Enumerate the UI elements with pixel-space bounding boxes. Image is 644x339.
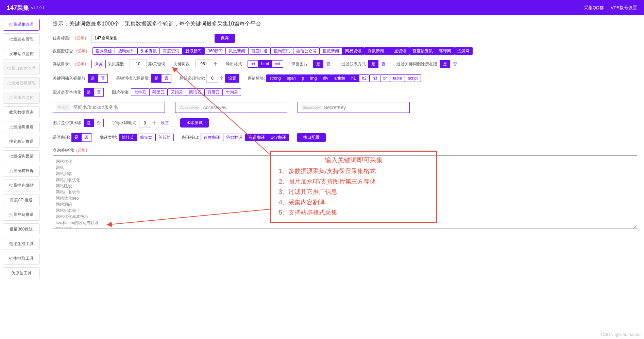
save-button[interactable]: 保存 (215, 34, 235, 43)
api-config-button[interactable]: 接口配置 (297, 133, 326, 142)
label-insert-before: 关键词插入标题前: (53, 75, 86, 81)
row-storage: 存放目录: (必填) 浏览 采集篇数: 篇/关键词 关键词数: 个 导出格式: … (53, 60, 637, 68)
storage-tag[interactable]: 华为云 (223, 88, 241, 96)
sidebar-item[interactable]: 批量神马推送 (3, 209, 40, 221)
collect-count-input[interactable] (130, 60, 147, 68)
source-tag[interactable]: 凤凰新闻 (226, 47, 248, 55)
link-qq-group[interactable]: 采集QQ群 (584, 5, 604, 11)
label-translate-type: 翻译类型: (100, 135, 117, 140)
sidebar-item[interactable]: 伪原创工具 (3, 267, 40, 279)
space-name-input[interactable]: 空间名 空间名/bucket/服务名 (53, 102, 165, 113)
required-mark: (必填) (75, 35, 86, 41)
source-tag[interactable]: 环球网 (436, 47, 454, 55)
collect-count-unit: 篇/关键词 (148, 61, 165, 67)
translate-api-tag[interactable]: 有道翻译 (245, 134, 268, 141)
storage-tag[interactable]: 腾讯云 (186, 88, 204, 96)
keep-tag[interactable]: strong (266, 74, 284, 82)
access-key-input[interactable]: AccessKey AccessKey (175, 102, 287, 113)
keep-tag[interactable]: h2 (359, 74, 370, 82)
sidebar-item[interactable]: 批量搜狗绑站 (3, 180, 40, 191)
annotation-title: 输入关键词即可采集 (279, 156, 428, 165)
keyword-count-input[interactable] (195, 60, 212, 68)
sidebar-item[interactable]: 批量发布管理 (3, 33, 40, 45)
format-tag[interactable]: html (258, 60, 272, 68)
source-tag[interactable]: 搜狗微信 (92, 47, 115, 55)
translate-api-tag[interactable]: 谷歌翻译 (223, 134, 245, 141)
source-tag[interactable]: 360新闻 (205, 47, 226, 55)
keep-tag[interactable]: img (307, 74, 320, 82)
source-tag[interactable]: 搜狗知乎 (115, 47, 137, 55)
source-tag[interactable]: 微信公众号 (293, 47, 320, 55)
format-tag[interactable]: txt (248, 60, 258, 68)
label-keep-image: 保留图片: (291, 61, 312, 67)
source-tag[interactable]: 一点资讯 (387, 47, 409, 55)
translate-api-tag[interactable]: 百度翻译 (201, 134, 223, 141)
source-tag[interactable]: 澎湃网 (454, 47, 473, 55)
secret-key-input[interactable]: SecretKey SecretKey (298, 102, 410, 113)
row-cloud-credentials: 空间名 空间名/bucket/服务名 AccessKey AccessKey S… (53, 102, 637, 113)
toggle-image-local[interactable]: 是 否 (84, 88, 104, 97)
sidebar-item[interactable]: 批量360推送 (3, 223, 40, 235)
toggle-add-watermark[interactable]: 是 否 (84, 119, 104, 127)
watermark-test-button[interactable]: 水印测试 (180, 118, 209, 128)
keep-tag[interactable]: p (299, 74, 307, 82)
source-tag[interactable]: 新浪新闻 (182, 47, 205, 55)
sidebar-item[interactable]: 链接生成工具 (3, 238, 40, 250)
title-must-set-button[interactable]: 设置 (225, 74, 239, 83)
browse-button[interactable]: 浏览 (91, 60, 106, 68)
sidebar-item[interactable]: 收录数据查询 (3, 106, 40, 118)
format-tag[interactable]: xxf (272, 60, 283, 68)
watermark-set-button[interactable]: 设置 (158, 119, 172, 127)
storage-tag[interactable]: 七牛云 (131, 88, 149, 96)
translate-api-tag[interactable]: 147翻译 (268, 134, 289, 141)
annotation-box: 输入关键词即可采集 1、多数据源采集/支持保留采集格式 2、图片加水印/支持图片… (270, 151, 437, 223)
toggle-filter-contact[interactable]: 是 否 (368, 60, 388, 68)
source-tag[interactable]: 腾讯新闻 (365, 47, 387, 55)
sidebar-item[interactable]: 发布站点监控 (3, 48, 40, 60)
label-filter-contact: 过滤联系方式: (341, 61, 367, 67)
task-title-input[interactable] (91, 34, 207, 43)
translate-type-tag[interactable]: 英转简 (155, 134, 174, 141)
title-must-count-input[interactable] (206, 74, 218, 83)
keep-tag[interactable]: div (320, 74, 331, 82)
source-tag[interactable]: 头条资讯 (137, 47, 160, 55)
watermark-seq-input[interactable] (139, 119, 151, 128)
toggle-insert-before[interactable]: 是 否 (88, 74, 108, 83)
link-vps-settings[interactable]: VPS拨号设置 (611, 5, 637, 11)
sidebar-item[interactable]: 链接抓取工具 (3, 253, 40, 265)
source-tag[interactable]: 网易资讯 (342, 47, 365, 55)
label-storage-dir: 存放目录: (53, 61, 73, 67)
storage-tag[interactable]: 又拍云 (168, 88, 186, 96)
label-image-storage: 图片存储: (112, 89, 129, 95)
sidebar-item[interactable]: 批量采集管理 (3, 19, 40, 31)
keep-tag[interactable]: script (405, 74, 421, 82)
keep-tag[interactable]: h3 (370, 74, 380, 82)
keep-tag[interactable]: span (284, 74, 299, 82)
source-tag[interactable]: 百度最资讯 (409, 47, 436, 55)
sidebar-item[interactable]: 批量搜狗反馈 (3, 150, 40, 162)
keep-tag[interactable]: article (331, 74, 348, 82)
source-tag[interactable]: 搜狐新闻 (320, 47, 342, 55)
annotation-line: 5、支持站群格式采集 (279, 207, 428, 218)
source-tag[interactable]: 百度知道 (248, 47, 271, 55)
keep-tag[interactable]: table (390, 74, 405, 82)
keep-tag[interactable]: h1 (348, 74, 359, 82)
toggle-keep-image[interactable]: 是 否 (313, 60, 333, 68)
keep-tag[interactable]: br (380, 74, 390, 82)
storage-tag[interactable]: 阿里云 (149, 88, 168, 96)
label-task-title: 任务标题: (53, 35, 73, 41)
source-tag[interactable]: 搜狗资讯 (271, 47, 293, 55)
keyword-count-unit: 个 (214, 61, 218, 67)
row-image-local: 图片是否本地化: 是 否 图片存储: 七牛云阿里云又拍云腾讯云百度云华为云 (53, 88, 637, 97)
toggle-insert-after[interactable]: 是 否 (151, 74, 171, 83)
source-tag[interactable]: 百度资讯 (160, 47, 182, 55)
toggle-translate[interactable]: 是 否 (71, 133, 91, 142)
sidebar-item[interactable]: 百度API推送 (3, 194, 40, 206)
translate-type-tag[interactable]: 简转英 (119, 134, 137, 141)
sidebar-item[interactable]: 搜狗验证推送 (3, 136, 40, 148)
sidebar-item[interactable]: 批量搜狗推送 (3, 121, 40, 133)
sidebar-item[interactable]: 批量搜狗投诉 (3, 165, 40, 177)
toggle-filter-keyword-delete[interactable]: 是 否 (440, 60, 460, 68)
storage-tag[interactable]: 百度云 (204, 88, 223, 96)
translate-type-tag[interactable]: 简转繁 (137, 134, 155, 141)
